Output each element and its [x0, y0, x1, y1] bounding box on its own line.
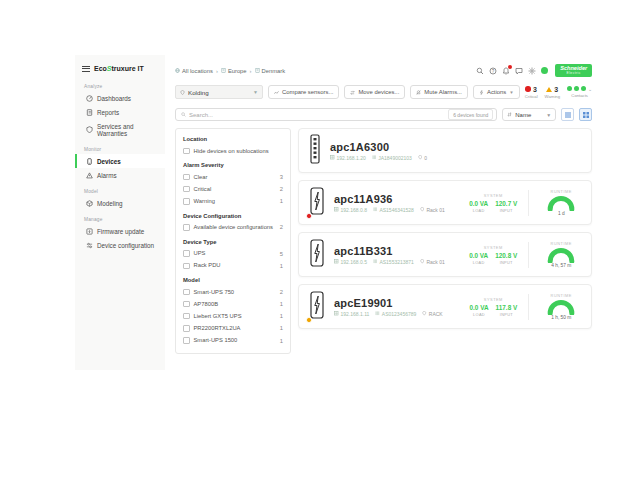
- card-view-toggle[interactable]: [579, 108, 592, 121]
- sidebar-item-label: Dashboards: [97, 95, 131, 102]
- breadcrumb-europe[interactable]: Europe: [221, 68, 247, 74]
- checkbox[interactable]: [183, 289, 190, 296]
- help-icon[interactable]: ?: [489, 67, 497, 75]
- system-block: SYSTEM 0.0 VALOAD 120.7 VINPUT: [469, 193, 517, 213]
- checkbox[interactable]: [183, 337, 190, 344]
- list-view-toggle[interactable]: [561, 108, 574, 121]
- checkbox[interactable]: [183, 263, 190, 270]
- filter-rack-pdu[interactable]: Rack PDU 1: [183, 262, 283, 269]
- svg-text:?: ?: [492, 68, 495, 73]
- sidebar-item-label: Modeling: [97, 200, 123, 207]
- system-block: SYSTEM 0.0 VALOAD 117.8 VINPUT: [469, 297, 517, 317]
- app-logo-text: EcoStruxure IT: [94, 65, 144, 72]
- filter-model-liebert-gxt5[interactable]: Liebert GXT5 UPS 1: [183, 313, 283, 320]
- device-name: apc1A6300: [330, 141, 427, 153]
- device-list: apc1A6300 192.168.1.20 JA1849002103 0: [298, 128, 592, 329]
- checkbox[interactable]: [183, 325, 190, 332]
- breadcrumb-denmark[interactable]: Denmark: [255, 68, 286, 74]
- avatar[interactable]: [541, 67, 548, 74]
- device-name: apc11B331: [334, 245, 445, 257]
- checkbox[interactable]: [183, 313, 190, 320]
- move-devices-button[interactable]: Move devices...: [344, 85, 405, 99]
- device-card-apc1A6300[interactable]: apc1A6300 192.168.1.20 JA1849002103 0: [298, 128, 592, 173]
- firmware-icon: [86, 228, 93, 235]
- sidebar-section-manage: Manage: [84, 217, 165, 222]
- sidebar-item-modeling[interactable]: Modeling: [75, 196, 165, 210]
- runtime-block: RUNTIME 1 h, 50 m: [540, 293, 582, 320]
- warning-status[interactable]: 3 Warning: [545, 86, 560, 99]
- sidebar-section-monitor: Monitor: [84, 147, 165, 152]
- filter-model-smart-ups-1500[interactable]: Smart-UPS 1500 1: [183, 337, 283, 344]
- filter-model-pr2200rtxl2ua[interactable]: PR2200RTXL2UA 1: [183, 325, 283, 332]
- mute-alarms-button[interactable]: Mute Alarms...: [410, 85, 468, 99]
- breadcrumb-separator: ›: [250, 68, 252, 74]
- checkbox[interactable]: [183, 224, 190, 231]
- critical-status[interactable]: 3 Critical: [525, 86, 538, 99]
- search-icon[interactable]: [476, 67, 484, 75]
- breadcrumb-separator: ›: [216, 68, 218, 74]
- critical-badge: [306, 213, 312, 219]
- pin-icon: [420, 207, 425, 212]
- compare-sensors-button[interactable]: Compare sensors...: [268, 85, 339, 99]
- sidebar-item-alarms[interactable]: Alarms: [75, 168, 165, 182]
- app-window: EcoStruxure IT Analyze Dashboards Report…: [75, 55, 570, 370]
- contact-dot-icon: [581, 86, 586, 91]
- pin-icon: [180, 90, 185, 95]
- feedback-icon[interactable]: [515, 67, 523, 75]
- app-logo: EcoStruxure IT: [75, 62, 165, 77]
- sidebar-section-model: Model: [84, 189, 165, 194]
- checkbox[interactable]: [183, 198, 190, 205]
- filter-hide-sublocations[interactable]: Hide devices on sublocations: [183, 148, 283, 155]
- warning-badge: [306, 317, 312, 323]
- sidebar-item-dashboards[interactable]: Dashboards: [75, 91, 165, 105]
- sidebar-item-label: Reports: [97, 109, 119, 116]
- checkbox[interactable]: [183, 301, 190, 308]
- settings-gear-icon[interactable]: [528, 67, 536, 75]
- sidebar-item-services-warranties[interactable]: Services and Warranties: [75, 119, 165, 140]
- menu-icon[interactable]: [82, 66, 90, 72]
- notifications-bell-icon[interactable]: [502, 67, 510, 75]
- filter-critical[interactable]: Critical 2: [183, 186, 283, 193]
- contact-dot-icon: [567, 86, 572, 91]
- breadcrumb: All locations › Europe › Denmark: [175, 68, 285, 74]
- search-input[interactable]: [189, 112, 445, 118]
- filter-group-alarm-severity: Alarm Severity: [183, 162, 283, 168]
- filter-clear[interactable]: Clear 3: [183, 174, 283, 181]
- chevron-down-icon: ▼: [546, 112, 551, 118]
- device-icon: [86, 158, 93, 165]
- sort-select-value: Name: [515, 112, 531, 118]
- checkbox[interactable]: [183, 148, 190, 155]
- filter-warning[interactable]: Warning 1: [183, 198, 283, 205]
- actions-button[interactable]: Actions ▼: [473, 85, 520, 99]
- device-name: apc11A936: [334, 193, 445, 205]
- filter-model-ap7800b[interactable]: AP7800B 1: [183, 301, 283, 308]
- sidebar-item-device-configuration[interactable]: Device configuration: [75, 238, 165, 252]
- filter-model-smart-ups-750[interactable]: Smart-UPS 750 2: [183, 289, 283, 296]
- filter-available-configurations[interactable]: Available device configurations 2: [183, 224, 283, 231]
- sidebar-item-reports[interactable]: Reports: [75, 105, 165, 119]
- sidebar-item-devices[interactable]: Devices: [75, 154, 165, 168]
- chevron-down-icon: ⌄: [588, 86, 592, 92]
- lightning-icon: [479, 90, 484, 95]
- building-icon: [221, 68, 226, 73]
- sidebar-section-analyze: Analyze: [84, 84, 165, 89]
- serial-icon: [373, 207, 378, 212]
- filter-ups[interactable]: UPS 5: [183, 250, 283, 257]
- sort-select[interactable]: Name ▼: [502, 108, 556, 121]
- checkbox[interactable]: [183, 174, 190, 181]
- location-select[interactable]: Kolding ▼: [175, 85, 263, 99]
- device-location: Rack 01: [420, 259, 445, 265]
- breadcrumb-all-locations[interactable]: All locations: [175, 68, 213, 74]
- device-card-apcE19901[interactable]: apcE19901 192.168.1.11 AS0123456789 RACK…: [298, 284, 592, 329]
- device-card-apc11B331[interactable]: apc11B331 192.168.0.5 AS1553213871 Rack …: [298, 232, 592, 277]
- runtime-value: 1 h, 50 m: [540, 315, 582, 320]
- checkbox[interactable]: [183, 186, 190, 193]
- device-card-apc11A936[interactable]: apc11A936 192.168.0.8 AS1546341528 Rack …: [298, 180, 592, 225]
- serial-icon: [375, 311, 380, 316]
- network-icon: [334, 259, 339, 264]
- device-ip: 192.168.0.5: [334, 259, 367, 265]
- serial-icon: [373, 259, 378, 264]
- sidebar-item-firmware-update[interactable]: Firmware update: [75, 224, 165, 238]
- contacts-status[interactable]: ⌄ Contacts: [567, 86, 592, 98]
- checkbox[interactable]: [183, 250, 190, 257]
